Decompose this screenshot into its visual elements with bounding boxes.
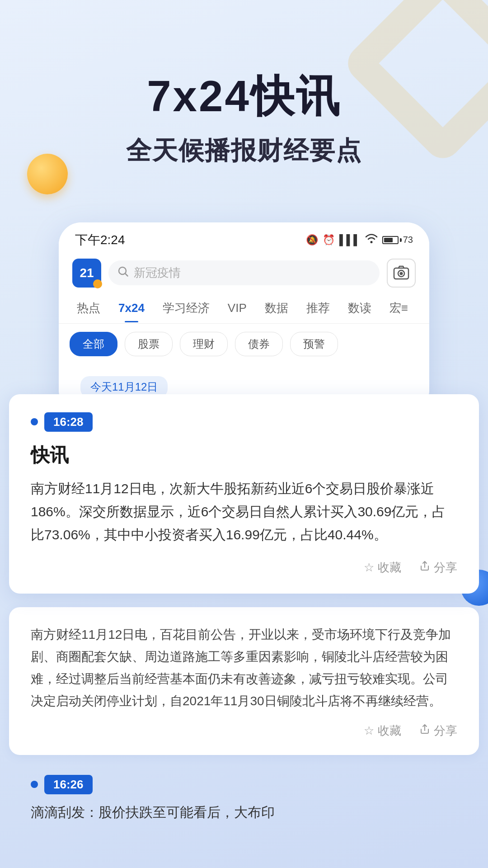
news-body-1: 南方财经11月12日电，次新大牛股拓新药业近6个交易日股价暴涨近186%。深交所…: [31, 477, 457, 546]
camera-button[interactable]: [387, 259, 416, 288]
news-card-1: 16:28 快讯 南方财经11月12日电，次新大牛股拓新药业近6个交易日股价暴涨…: [9, 394, 479, 594]
hero-subtitle: 全天候播报财经要点: [27, 134, 461, 168]
app-logo[interactable]: 21: [72, 259, 101, 288]
app-header: 21 新冠疫情: [59, 253, 429, 293]
hero-section: 7x24快讯 全天候播报财经要点: [0, 0, 488, 195]
tab-reading[interactable]: 数读: [339, 293, 380, 323]
wifi-icon: [365, 234, 378, 246]
news-title-3: 滴滴刮发：股价扶跌至可能看后，大布印: [31, 802, 457, 823]
search-bar[interactable]: 新冠疫情: [108, 260, 380, 285]
svg-point-3: [400, 272, 403, 275]
tab-hot[interactable]: 热点: [68, 293, 109, 323]
time-badge-1: 16:28: [31, 412, 457, 432]
share-icon-2: [419, 724, 430, 738]
news-card-3: 16:26 滴滴刮发：股价扶跌至可能看后，大布印: [9, 764, 479, 834]
bell-icon: 🔕: [306, 234, 318, 246]
tab-recommend[interactable]: 推荐: [297, 293, 339, 323]
status-icons: 🔕 ⏰ ▌▌▌ 73: [306, 234, 413, 246]
time-tag-3: 16:26: [44, 775, 93, 794]
star-icon-2: ☆: [364, 724, 374, 738]
chip-all[interactable]: 全部: [70, 332, 117, 356]
time-badge-3: 16:26: [31, 775, 457, 794]
battery-icon: 73: [382, 235, 413, 245]
time-tag-1: 16:28: [44, 412, 93, 432]
tab-macro[interactable]: 宏≡: [380, 293, 417, 323]
star-icon: ☆: [364, 561, 374, 575]
search-placeholder-text: 新冠疫情: [134, 265, 181, 281]
tab-data[interactable]: 数据: [256, 293, 297, 323]
phone-mockup: 下午2:24 🔕 ⏰ ▌▌▌ 73 21: [59, 222, 429, 412]
share-button-2[interactable]: 分享: [419, 723, 457, 739]
tab-vip[interactable]: VIP: [219, 294, 256, 322]
tab-7x24[interactable]: 7x24: [109, 294, 154, 322]
collect-button-1[interactable]: ☆ 收藏: [364, 560, 401, 576]
chip-alert[interactable]: 预警: [290, 332, 338, 356]
share-icon: [419, 561, 430, 575]
signal-icon: ▌▌▌: [339, 234, 361, 246]
alarm-icon: ⏰: [323, 234, 335, 246]
news-title-1: 快讯: [31, 443, 457, 468]
chip-finance[interactable]: 理财: [180, 332, 228, 356]
chip-bond[interactable]: 债券: [235, 332, 283, 356]
news-card-1-container: 16:28 快讯 南方财经11月12日电，次新大牛股拓新药业近6个交易日股价暴涨…: [9, 394, 479, 594]
time-dot: [31, 418, 38, 425]
share-button-1[interactable]: 分享: [419, 560, 457, 576]
news-body-2: 南方财经11月12日电，百花目前公告，开业以来，受市场环境下行及竞争加剧、商圈配…: [31, 623, 457, 712]
time-dot-3: [31, 781, 38, 788]
nav-tabs: 热点 7x24 学习经济 VIP 数据 推荐 数读 宏≡: [59, 293, 429, 324]
collect-button-2[interactable]: ☆ 收藏: [364, 723, 401, 739]
hero-title: 7x24快讯: [27, 72, 461, 120]
chip-stock[interactable]: 股票: [125, 332, 173, 356]
search-icon: [117, 266, 129, 280]
tab-learn[interactable]: 学习经济: [154, 293, 219, 323]
logo-badge: [93, 279, 102, 288]
status-bar: 下午2:24 🔕 ⏰ ▌▌▌ 73: [59, 222, 429, 253]
status-time: 下午2:24: [75, 231, 125, 249]
news-actions-2: ☆ 收藏 分享: [31, 723, 457, 739]
news-actions-1: ☆ 收藏 分享: [31, 560, 457, 576]
news-card-2: 南方财经11月12日电，百花目前公告，开业以来，受市场环境下行及竞争加剧、商圈配…: [9, 607, 479, 755]
filter-chips: 全部 股票 理财 债券 预警: [59, 324, 429, 364]
